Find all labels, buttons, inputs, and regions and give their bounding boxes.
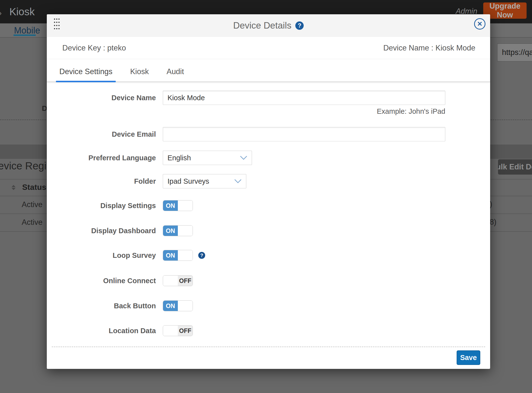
preferred-language-select[interactable]: English bbox=[163, 151, 252, 165]
toggle-state: OFF bbox=[178, 326, 193, 336]
preferred-language-value: English bbox=[167, 154, 191, 162]
back-button-label: Back Button bbox=[47, 302, 156, 310]
chevron-down-icon bbox=[234, 179, 242, 183]
display-dashboard-toggle[interactable]: ON bbox=[163, 225, 193, 236]
chevron-down-icon bbox=[240, 156, 247, 160]
status-cell: Active bbox=[22, 218, 42, 227]
background-form-label-fragment: De bbox=[42, 104, 47, 113]
device-name-label: Device Name bbox=[47, 94, 156, 102]
device-name-text: Device Name : Kiosk Mode bbox=[383, 44, 475, 52]
device-name-helper: Example: John's iPad bbox=[163, 107, 445, 115]
location-data-label: Location Data bbox=[47, 327, 156, 335]
device-email-label: Device Email bbox=[47, 130, 156, 138]
device-settings-form: Device Name Example: John's iPad Device … bbox=[47, 82, 490, 346]
display-dashboard-label: Display Dashboard bbox=[47, 227, 156, 235]
folder-select[interactable]: Ipad Surveys bbox=[163, 174, 246, 188]
footer-divider bbox=[52, 346, 485, 347]
bulk-edit-devices-button[interactable]: Bulk Edit Devices bbox=[498, 159, 532, 175]
tab-audit[interactable]: Audit bbox=[163, 67, 187, 82]
display-settings-label: Display Settings bbox=[47, 202, 156, 210]
table-cell-fragment: 8) bbox=[490, 218, 497, 227]
url-input[interactable]: https://qa. bbox=[497, 43, 532, 62]
tab-device-settings[interactable]: Device Settings bbox=[56, 67, 116, 82]
folder-label: Folder bbox=[47, 177, 156, 185]
device-details-modal: Device Details ? ✕ Device Key : pteko De… bbox=[47, 14, 490, 369]
folder-value: Ipad Surveys bbox=[167, 177, 209, 185]
loop-survey-help-icon[interactable]: ? bbox=[198, 252, 205, 259]
modal-footer: Save bbox=[47, 346, 490, 369]
breadcrumb-chevron-icon: › bbox=[0, 7, 2, 18]
status-cell: Active bbox=[22, 200, 42, 209]
toggle-state: ON bbox=[163, 250, 178, 261]
close-icon[interactable]: ✕ bbox=[474, 18, 485, 30]
back-button-toggle[interactable]: ON bbox=[163, 300, 193, 311]
loop-survey-toggle[interactable]: ON bbox=[163, 250, 193, 261]
tab-mobile-underline bbox=[14, 34, 36, 36]
modal-title: Device Details bbox=[233, 20, 291, 31]
loop-survey-label: Loop Survey bbox=[47, 251, 156, 260]
sort-arrows-icon[interactable] bbox=[12, 185, 16, 190]
toggle-state: OFF bbox=[178, 276, 193, 286]
display-settings-toggle[interactable]: ON bbox=[163, 200, 193, 211]
column-header-status[interactable]: Status bbox=[22, 183, 46, 192]
save-button[interactable]: Save bbox=[457, 350, 480, 365]
toggle-state: ON bbox=[163, 226, 178, 236]
location-data-toggle[interactable]: OFF bbox=[163, 325, 193, 336]
device-name-input[interactable] bbox=[163, 91, 445, 105]
tab-mobile[interactable]: Mobile bbox=[14, 25, 40, 36]
preferred-language-label: Preferred Language bbox=[47, 154, 156, 162]
screen: › Kiosk Admin Upgrade Now Mobile https:/… bbox=[0, 0, 532, 393]
help-icon[interactable]: ? bbox=[295, 21, 304, 30]
online-connect-label: Online Connect bbox=[47, 277, 156, 285]
online-connect-toggle[interactable]: OFF bbox=[163, 275, 193, 286]
modal-tabs: Device Settings Kiosk Audit bbox=[47, 59, 490, 82]
device-key-text: Device Key : pteko bbox=[62, 44, 126, 52]
toggle-state: ON bbox=[163, 301, 178, 311]
device-email-input[interactable] bbox=[163, 127, 445, 141]
page-title: Kiosk bbox=[9, 6, 35, 18]
toggle-state: ON bbox=[163, 200, 178, 211]
modal-subheader: Device Key : pteko Device Name : Kiosk M… bbox=[47, 37, 490, 59]
tab-kiosk[interactable]: Kiosk bbox=[127, 67, 152, 82]
modal-header: Device Details ? ✕ bbox=[47, 14, 490, 37]
